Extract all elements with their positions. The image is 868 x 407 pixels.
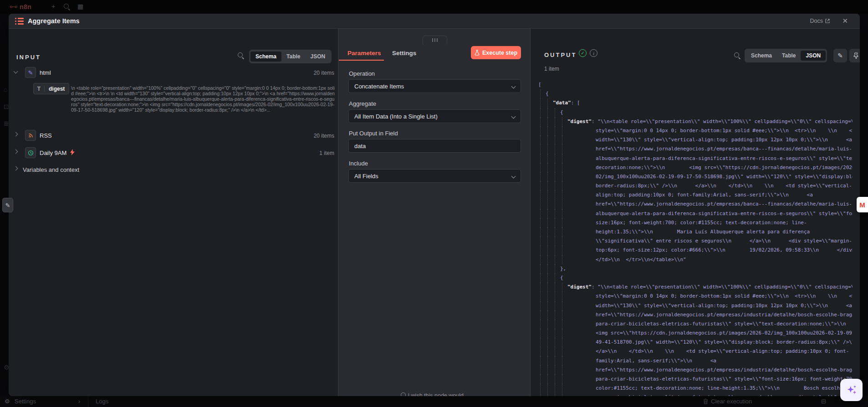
json-line: height:1.35;\\">\\n Maria Luís Albuquerq…: [538, 227, 853, 237]
bottom-bar: ⚙ Settings › Logs Clear execution ⊟: [0, 396, 868, 407]
variables-context-item[interactable]: Variables and context: [23, 166, 79, 173]
add-workflow-icon[interactable]: +: [51, 3, 55, 10]
settings-expand-chevron[interactable]: ›: [78, 398, 80, 405]
json-line: "data": [: [538, 98, 853, 108]
templates-icon[interactable]: ≣: [4, 120, 9, 127]
json-viewer[interactable]: [{"data": [{"digest": "\\n<table role=\\…: [538, 80, 853, 396]
input-node-daily-9am[interactable]: Daily 9AM: [40, 149, 66, 156]
input-node-rss[interactable]: RSS: [40, 132, 52, 139]
input-tab-json[interactable]: JSON: [305, 52, 330, 62]
operation-label: Operation: [349, 70, 375, 77]
digest-field-chip[interactable]: T digest: [33, 83, 69, 94]
projects-icon[interactable]: ⊡: [4, 103, 9, 110]
html-items-count: 20 items: [293, 70, 334, 76]
json-line: width=\\"130\\" style=\\"vertical-align:…: [538, 301, 853, 310]
gmail-side-tab[interactable]: M: [857, 197, 868, 212]
topbar-search-icon[interactable]: [64, 4, 71, 12]
active-tab-underline: [339, 60, 384, 61]
variables-expand-chevron[interactable]: [14, 166, 18, 171]
json-line: </td>\\n </tr>\\n</table>\\n": [538, 255, 853, 264]
output-tab-table[interactable]: Table: [777, 51, 801, 61]
output-tab-json[interactable]: JSON: [801, 51, 826, 61]
flask-icon: [475, 50, 480, 56]
rss-items-count: 20 items: [293, 133, 334, 139]
html-collapse-chevron[interactable]: [14, 69, 18, 74]
output-search-icon[interactable]: [734, 52, 741, 59]
json-line: family:Arial, sans-serif;\\">\\n <a: [538, 356, 853, 366]
output-field-label: Put Output in Field: [349, 130, 398, 137]
json-line: 49-41-518700.jpg\\" width=\\"120\\" styl…: [538, 338, 853, 347]
json-line: width=\\"130\\" style=\\"vertical-align:…: [538, 135, 853, 144]
input-node-html[interactable]: html: [40, 69, 51, 76]
input-tab-schema[interactable]: Schema: [250, 52, 281, 62]
pin-data-button[interactable]: [849, 49, 860, 62]
json-line: albuquerque-alerta-para-diferenca-signif…: [538, 154, 853, 163]
docs-link[interactable]: Docs: [810, 18, 830, 24]
digest-field-preview: \n <table role="presentation" width="100…: [71, 85, 336, 113]
json-line: </a>\\n </td>\\n \\n <td style=\\"vertic…: [538, 347, 853, 356]
json-line: albuquerque-alerta-para-diferenca-signif…: [538, 209, 853, 218]
clear-execution-button[interactable]: Clear execution: [703, 398, 752, 405]
json-line: top:6px; font-size:12px; color:#666;\\">…: [538, 246, 853, 255]
success-check-icon: ✓: [579, 49, 587, 57]
aggregate-label: Aggregate: [349, 100, 376, 107]
aggregate-select[interactable]: All Item Data (Into a Single List): [348, 109, 521, 123]
json-line: href=\\"https://www.jornaldenegocios.pt/…: [538, 200, 853, 209]
json-line: color:#1155cc; text-decoration:none; lin…: [538, 384, 853, 393]
grid-view-icon[interactable]: ▦: [77, 3, 83, 10]
logs-panel-icon[interactable]: ⊟: [821, 398, 826, 405]
tab-parameters[interactable]: Parameters: [347, 50, 381, 57]
json-line: para criar bicicletas elétricas futurist…: [538, 393, 853, 396]
json-line: size:16px; font-weight:700; color:#1155c…: [538, 218, 853, 227]
json-line: href=\\"https://www.jornaldenegocios.pt/…: [538, 366, 853, 375]
input-panel: INPUT Schema Table JSON ✎ html 20 items …: [9, 29, 338, 396]
json-line: {: [538, 273, 853, 283]
json-line: },: [538, 264, 853, 273]
json-line: decoration:none;\\">\\n <img src=\\"http…: [538, 163, 853, 172]
output-field-input[interactable]: data: [348, 139, 521, 153]
external-link-icon: [825, 19, 830, 23]
node-wish-link[interactable]: I wish this node would...: [338, 392, 530, 396]
json-line: [: [538, 80, 853, 89]
gear-icon: ⚙: [5, 398, 10, 405]
trash-icon: [703, 398, 708, 404]
output-tab-schema[interactable]: Schema: [746, 51, 777, 61]
bottom-divider: [88, 396, 88, 407]
trigger-bolt-icon: [70, 149, 75, 155]
rss-expand-chevron[interactable]: [14, 132, 18, 137]
daily-expand-chevron[interactable]: [14, 149, 18, 154]
info-icon[interactable]: i: [590, 49, 597, 57]
pin-icon: [853, 52, 859, 59]
home-icon[interactable]: ⌂: [4, 86, 7, 93]
bottom-settings-label[interactable]: Settings: [15, 398, 36, 405]
include-label: Include: [349, 160, 368, 167]
gmail-m-icon: M: [859, 201, 865, 209]
chevron-down-icon: [511, 174, 516, 179]
rss-node-icon: [25, 130, 36, 141]
json-line: <img src=\\"https://cdn.jornaldenegocios…: [538, 329, 853, 338]
panel-drag-handle[interactable]: [423, 36, 447, 44]
input-search-icon[interactable]: [238, 52, 245, 59]
n8n-logo: n8n: [10, 3, 31, 10]
input-tab-table[interactable]: Table: [281, 52, 305, 62]
execute-step-button[interactable]: Execute step: [471, 46, 521, 59]
json-line: href=\\"https://www.jornaldenegocios.pt/…: [538, 144, 853, 154]
lightbulb-icon: [400, 392, 405, 396]
json-line: "digest": "\\n<table role=\\"presentatio…: [538, 283, 853, 292]
include-select[interactable]: All Fields: [348, 169, 521, 183]
close-icon[interactable]: ✕: [842, 17, 848, 25]
ai-assistant-button[interactable]: [840, 379, 863, 401]
edit-output-button[interactable]: ✎: [833, 49, 847, 62]
output-view-tabs: Schema Table JSON: [745, 49, 827, 62]
tab-settings[interactable]: Settings: [392, 50, 416, 57]
chevron-down-icon: [511, 84, 516, 89]
digest-field-name: digest: [45, 86, 69, 92]
operation-select[interactable]: Concatenate Items: [348, 79, 521, 93]
input-view-tabs: Schema Table JSON: [249, 50, 332, 63]
edit-input-floating-button[interactable]: ✎: [2, 198, 13, 212]
aggregate-node-icon: [15, 17, 24, 26]
logs-tab[interactable]: Logs: [96, 398, 108, 405]
n8n-logo-icon: [10, 5, 17, 9]
json-line: border-radius:8px;\\" />\\n </a>\\n </td…: [538, 181, 853, 191]
json-line: href=\\"https://www.jornaldenegocios.pt/…: [538, 310, 853, 319]
